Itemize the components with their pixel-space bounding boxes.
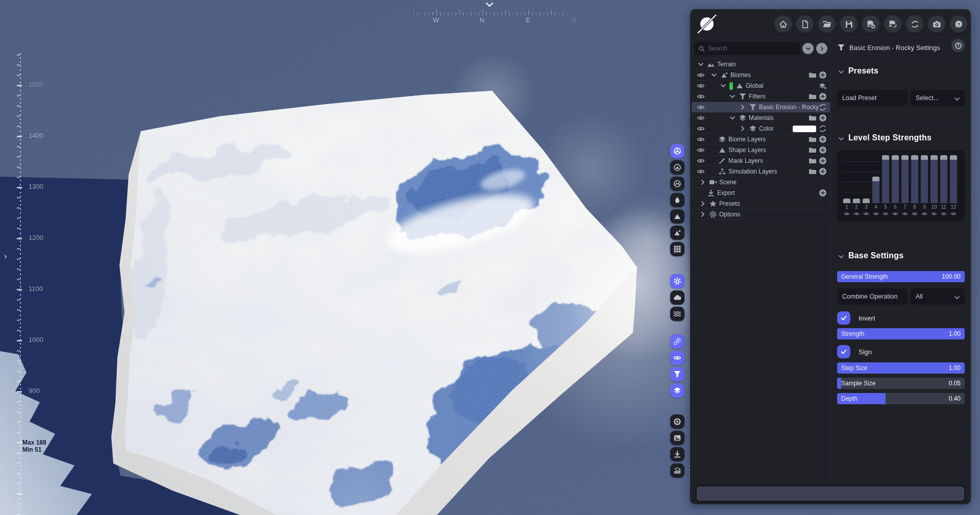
- filters-toggle-button[interactable]: [670, 367, 684, 381]
- filter-enable-button[interactable]: [951, 39, 965, 52]
- tree-item-global[interactable]: Global: [692, 81, 830, 91]
- level-eye-icon[interactable]: [901, 211, 909, 217]
- level-eye-icon[interactable]: [863, 211, 870, 217]
- add-layer-button[interactable]: [819, 82, 827, 90]
- general-strength-slider[interactable]: General Strength 100.00: [837, 271, 965, 282]
- combine-operation-select[interactable]: All: [911, 288, 965, 305]
- water-button[interactable]: [670, 307, 684, 321]
- level-eye-icon[interactable]: [950, 211, 957, 217]
- chevron-right-icon[interactable]: [699, 210, 707, 218]
- view-biome-button[interactable]: [670, 226, 684, 240]
- load-preset-select[interactable]: Select...: [911, 90, 965, 106]
- visibility-eye-icon[interactable]: [697, 103, 705, 111]
- level-bar-2[interactable]: [853, 199, 860, 203]
- level-eye-icon[interactable]: [930, 211, 938, 217]
- visibility-eye-icon[interactable]: [697, 114, 705, 122]
- refresh-button[interactable]: [819, 103, 827, 111]
- add-item-button[interactable]: [819, 135, 827, 143]
- level-bar-7[interactable]: [901, 155, 909, 203]
- chevron-down-icon[interactable]: [728, 92, 737, 101]
- tree-item-presets[interactable]: Presets: [692, 199, 830, 209]
- visibility-eye-icon[interactable]: [697, 146, 705, 154]
- group-folder-button[interactable]: [808, 92, 817, 101]
- level-eye-icon[interactable]: [853, 211, 860, 217]
- chevron-right-icon[interactable]: [739, 125, 747, 133]
- presets-section-header[interactable]: Presets: [837, 66, 965, 76]
- new-file-button[interactable]: [796, 15, 814, 33]
- record-button[interactable]: [670, 414, 684, 429]
- color-swatch-button[interactable]: [793, 126, 816, 132]
- tree-item-scene[interactable]: Scene: [692, 177, 830, 188]
- home-button[interactable]: [774, 15, 792, 33]
- chevron-right-icon[interactable]: [699, 178, 707, 186]
- add-item-button[interactable]: [819, 189, 827, 197]
- open-project-button[interactable]: [818, 15, 836, 33]
- chevron-down-icon[interactable]: [697, 60, 705, 68]
- add-item-button[interactable]: [819, 92, 827, 101]
- visibility-eye-icon[interactable]: [697, 71, 705, 79]
- level-bar-11[interactable]: [940, 155, 947, 203]
- level-bar-5[interactable]: [882, 155, 889, 203]
- tree-item-color[interactable]: Color: [692, 124, 830, 134]
- view-mode-shaded-button[interactable]: [670, 160, 684, 175]
- add-item-button[interactable]: [819, 167, 827, 176]
- panel-resize-grip[interactable]: [688, 465, 690, 479]
- view-heat-button[interactable]: [670, 193, 684, 207]
- quick-export-button[interactable]: [670, 447, 684, 461]
- step-size-slider[interactable]: Step Size 1.00: [837, 362, 965, 374]
- chevron-down-icon[interactable]: [728, 114, 737, 122]
- view-slope-button[interactable]: [670, 209, 684, 224]
- layers-toggle-button[interactable]: [670, 383, 684, 398]
- tree-item-options[interactable]: Options: [692, 209, 830, 220]
- tree-collapse-all-button[interactable]: [802, 43, 814, 54]
- refresh-button[interactable]: [819, 125, 827, 133]
- add-item-button[interactable]: [819, 71, 827, 79]
- group-folder-button[interactable]: [808, 146, 817, 154]
- sky-clouds-button[interactable]: [670, 290, 684, 305]
- sample-size-slider[interactable]: Sample Size 0.05: [837, 378, 965, 389]
- depth-slider[interactable]: Depth 0.40: [837, 393, 965, 404]
- chevron-right-icon[interactable]: [699, 200, 707, 208]
- visibility-eye-icon[interactable]: [697, 125, 705, 133]
- sign-checkbox[interactable]: [837, 345, 850, 358]
- search-input[interactable]: Search: [694, 42, 800, 55]
- view-mode-standard-button[interactable]: [670, 144, 684, 158]
- level-bar-9[interactable]: [921, 155, 928, 203]
- tree-item-simulation-layers[interactable]: Simulation Layers: [692, 166, 830, 177]
- strength-slider[interactable]: Strength 1.00: [837, 328, 965, 339]
- group-folder-button[interactable]: [808, 167, 817, 176]
- level-bar-1[interactable]: [843, 199, 850, 203]
- left-panel-expand-chevron[interactable]: ›: [4, 251, 7, 261]
- chevron-right-icon[interactable]: [739, 103, 747, 111]
- add-item-button[interactable]: [819, 157, 827, 165]
- panel-toggle-button[interactable]: [816, 43, 827, 54]
- visibility-eye-icon[interactable]: [697, 167, 705, 176]
- invert-checkbox[interactable]: [837, 311, 850, 325]
- snapshot-image-button[interactable]: [670, 431, 684, 445]
- level-bar-3[interactable]: [863, 199, 870, 203]
- group-folder-button[interactable]: [808, 114, 817, 122]
- level-eye-icon[interactable]: [882, 211, 889, 217]
- level-bar-12[interactable]: [950, 155, 957, 203]
- base-settings-section-header[interactable]: Base Settings: [837, 251, 965, 260]
- group-folder-button[interactable]: [808, 135, 817, 143]
- view-grid-button[interactable]: [670, 242, 684, 256]
- render-settings-button[interactable]: [670, 274, 684, 288]
- level-eye-icon[interactable]: [911, 211, 918, 217]
- statistics-button[interactable]: [670, 463, 684, 478]
- tree-item-biome-layers[interactable]: Biome Layers: [692, 134, 830, 145]
- tree-item-mask-layers[interactable]: Mask Layers: [692, 156, 830, 166]
- add-item-button[interactable]: [819, 146, 827, 154]
- level-bar-4[interactable]: [872, 177, 879, 203]
- visibility-eye-icon[interactable]: [697, 135, 705, 143]
- level-eye-icon[interactable]: [843, 211, 850, 217]
- tree-item-filters[interactable]: Filters: [692, 91, 830, 102]
- tree-item-biomes[interactable]: Biomes: [692, 70, 830, 81]
- chevron-down-icon[interactable]: [710, 71, 718, 79]
- preview-visibility-button[interactable]: [670, 351, 684, 365]
- add-item-button[interactable]: [819, 114, 827, 122]
- level-eye-icon[interactable]: [921, 211, 928, 217]
- group-folder-button[interactable]: [808, 71, 817, 79]
- group-folder-button[interactable]: [808, 157, 817, 165]
- tree-item-materials[interactable]: Materials: [692, 113, 830, 124]
